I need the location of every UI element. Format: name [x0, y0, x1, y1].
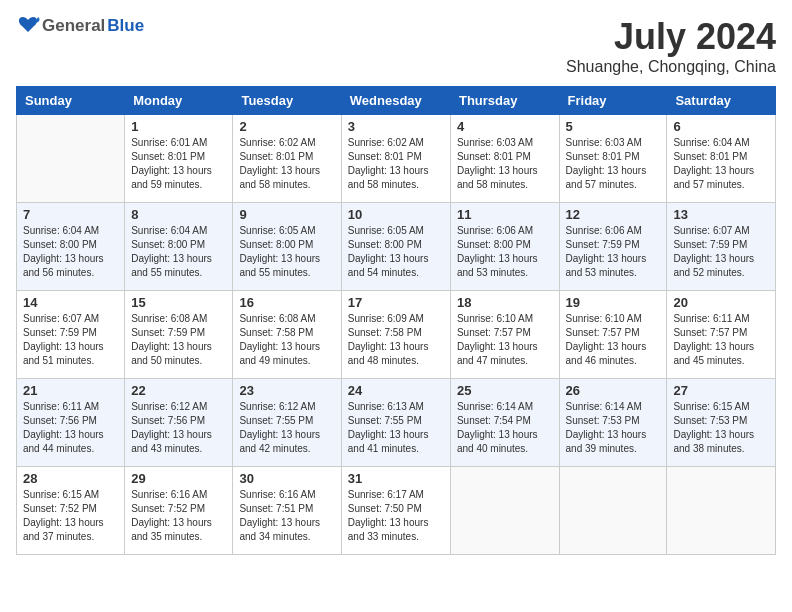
table-row: 24Sunrise: 6:13 AMSunset: 7:55 PMDayligh… — [341, 379, 450, 467]
sunset-text: Sunset: 7:59 PM — [673, 238, 769, 252]
day-info: Sunrise: 6:14 AMSunset: 7:53 PMDaylight:… — [566, 400, 661, 456]
sunset-text: Sunset: 7:50 PM — [348, 502, 444, 516]
sunset-text: Sunset: 7:54 PM — [457, 414, 553, 428]
title-area: July 2024 Shuanghe, Chongqing, China — [566, 16, 776, 76]
month-year-title: July 2024 — [566, 16, 776, 58]
table-row: 1Sunrise: 6:01 AMSunset: 8:01 PMDaylight… — [125, 115, 233, 203]
day-number: 1 — [131, 119, 226, 134]
daylight-text: Daylight: 13 hours and 56 minutes. — [23, 252, 118, 280]
day-number: 19 — [566, 295, 661, 310]
table-row: 2Sunrise: 6:02 AMSunset: 8:01 PMDaylight… — [233, 115, 341, 203]
day-number: 11 — [457, 207, 553, 222]
table-row: 14Sunrise: 6:07 AMSunset: 7:59 PMDayligh… — [17, 291, 125, 379]
sunset-text: Sunset: 7:59 PM — [131, 326, 226, 340]
table-row: 20Sunrise: 6:11 AMSunset: 7:57 PMDayligh… — [667, 291, 776, 379]
day-info: Sunrise: 6:03 AMSunset: 8:01 PMDaylight:… — [566, 136, 661, 192]
table-row — [450, 467, 559, 555]
sunrise-text: Sunrise: 6:10 AM — [457, 312, 553, 326]
sunrise-text: Sunrise: 6:04 AM — [673, 136, 769, 150]
day-number: 10 — [348, 207, 444, 222]
day-info: Sunrise: 6:06 AMSunset: 7:59 PMDaylight:… — [566, 224, 661, 280]
sunrise-text: Sunrise: 6:02 AM — [239, 136, 334, 150]
table-row: 18Sunrise: 6:10 AMSunset: 7:57 PMDayligh… — [450, 291, 559, 379]
sunset-text: Sunset: 8:00 PM — [131, 238, 226, 252]
day-info: Sunrise: 6:16 AMSunset: 7:51 PMDaylight:… — [239, 488, 334, 544]
calendar-week-row: 7Sunrise: 6:04 AMSunset: 8:00 PMDaylight… — [17, 203, 776, 291]
daylight-text: Daylight: 13 hours and 49 minutes. — [239, 340, 334, 368]
day-number: 15 — [131, 295, 226, 310]
day-info: Sunrise: 6:04 AMSunset: 8:00 PMDaylight:… — [131, 224, 226, 280]
sunrise-text: Sunrise: 6:06 AM — [457, 224, 553, 238]
sunset-text: Sunset: 8:00 PM — [23, 238, 118, 252]
day-info: Sunrise: 6:12 AMSunset: 7:56 PMDaylight:… — [131, 400, 226, 456]
table-row: 21Sunrise: 6:11 AMSunset: 7:56 PMDayligh… — [17, 379, 125, 467]
calendar-week-row: 14Sunrise: 6:07 AMSunset: 7:59 PMDayligh… — [17, 291, 776, 379]
day-number: 13 — [673, 207, 769, 222]
day-info: Sunrise: 6:11 AMSunset: 7:56 PMDaylight:… — [23, 400, 118, 456]
day-info: Sunrise: 6:02 AMSunset: 8:01 PMDaylight:… — [239, 136, 334, 192]
day-info: Sunrise: 6:14 AMSunset: 7:54 PMDaylight:… — [457, 400, 553, 456]
sunrise-text: Sunrise: 6:07 AM — [23, 312, 118, 326]
sunrise-text: Sunrise: 6:08 AM — [131, 312, 226, 326]
day-number: 31 — [348, 471, 444, 486]
col-header-wednesday: Wednesday — [341, 87, 450, 115]
sunrise-text: Sunrise: 6:14 AM — [457, 400, 553, 414]
day-info: Sunrise: 6:10 AMSunset: 7:57 PMDaylight:… — [457, 312, 553, 368]
day-info: Sunrise: 6:12 AMSunset: 7:55 PMDaylight:… — [239, 400, 334, 456]
table-row: 12Sunrise: 6:06 AMSunset: 7:59 PMDayligh… — [559, 203, 667, 291]
daylight-text: Daylight: 13 hours and 52 minutes. — [673, 252, 769, 280]
col-header-saturday: Saturday — [667, 87, 776, 115]
day-info: Sunrise: 6:15 AMSunset: 7:52 PMDaylight:… — [23, 488, 118, 544]
day-info: Sunrise: 6:07 AMSunset: 7:59 PMDaylight:… — [673, 224, 769, 280]
daylight-text: Daylight: 13 hours and 58 minutes. — [457, 164, 553, 192]
daylight-text: Daylight: 13 hours and 43 minutes. — [131, 428, 226, 456]
table-row: 11Sunrise: 6:06 AMSunset: 8:00 PMDayligh… — [450, 203, 559, 291]
sunrise-text: Sunrise: 6:10 AM — [566, 312, 661, 326]
sunrise-text: Sunrise: 6:12 AM — [131, 400, 226, 414]
daylight-text: Daylight: 13 hours and 44 minutes. — [23, 428, 118, 456]
logo: GeneralBlue — [16, 16, 144, 36]
daylight-text: Daylight: 13 hours and 55 minutes. — [131, 252, 226, 280]
daylight-text: Daylight: 13 hours and 48 minutes. — [348, 340, 444, 368]
sunrise-text: Sunrise: 6:14 AM — [566, 400, 661, 414]
day-number: 4 — [457, 119, 553, 134]
table-row: 4Sunrise: 6:03 AMSunset: 8:01 PMDaylight… — [450, 115, 559, 203]
sunrise-text: Sunrise: 6:15 AM — [23, 488, 118, 502]
sunrise-text: Sunrise: 6:15 AM — [673, 400, 769, 414]
day-number: 14 — [23, 295, 118, 310]
table-row: 10Sunrise: 6:05 AMSunset: 8:00 PMDayligh… — [341, 203, 450, 291]
sunset-text: Sunset: 8:00 PM — [348, 238, 444, 252]
sunset-text: Sunset: 8:01 PM — [457, 150, 553, 164]
day-number: 9 — [239, 207, 334, 222]
day-number: 21 — [23, 383, 118, 398]
table-row: 26Sunrise: 6:14 AMSunset: 7:53 PMDayligh… — [559, 379, 667, 467]
day-info: Sunrise: 6:04 AMSunset: 8:00 PMDaylight:… — [23, 224, 118, 280]
sunrise-text: Sunrise: 6:07 AM — [673, 224, 769, 238]
day-info: Sunrise: 6:06 AMSunset: 8:00 PMDaylight:… — [457, 224, 553, 280]
day-number: 17 — [348, 295, 444, 310]
daylight-text: Daylight: 13 hours and 37 minutes. — [23, 516, 118, 544]
sunrise-text: Sunrise: 6:05 AM — [239, 224, 334, 238]
day-info: Sunrise: 6:11 AMSunset: 7:57 PMDaylight:… — [673, 312, 769, 368]
table-row: 17Sunrise: 6:09 AMSunset: 7:58 PMDayligh… — [341, 291, 450, 379]
sunrise-text: Sunrise: 6:16 AM — [239, 488, 334, 502]
sunrise-text: Sunrise: 6:11 AM — [673, 312, 769, 326]
day-info: Sunrise: 6:05 AMSunset: 8:00 PMDaylight:… — [239, 224, 334, 280]
sunrise-text: Sunrise: 6:16 AM — [131, 488, 226, 502]
col-header-monday: Monday — [125, 87, 233, 115]
sunset-text: Sunset: 7:59 PM — [566, 238, 661, 252]
daylight-text: Daylight: 13 hours and 53 minutes. — [566, 252, 661, 280]
sunrise-text: Sunrise: 6:09 AM — [348, 312, 444, 326]
day-info: Sunrise: 6:04 AMSunset: 8:01 PMDaylight:… — [673, 136, 769, 192]
calendar-week-row: 21Sunrise: 6:11 AMSunset: 7:56 PMDayligh… — [17, 379, 776, 467]
day-number: 18 — [457, 295, 553, 310]
day-info: Sunrise: 6:16 AMSunset: 7:52 PMDaylight:… — [131, 488, 226, 544]
sunrise-text: Sunrise: 6:02 AM — [348, 136, 444, 150]
day-info: Sunrise: 6:10 AMSunset: 7:57 PMDaylight:… — [566, 312, 661, 368]
day-info: Sunrise: 6:17 AMSunset: 7:50 PMDaylight:… — [348, 488, 444, 544]
logo-blue-text: Blue — [107, 16, 144, 36]
table-row: 19Sunrise: 6:10 AMSunset: 7:57 PMDayligh… — [559, 291, 667, 379]
day-number: 29 — [131, 471, 226, 486]
table-row — [559, 467, 667, 555]
table-row: 27Sunrise: 6:15 AMSunset: 7:53 PMDayligh… — [667, 379, 776, 467]
